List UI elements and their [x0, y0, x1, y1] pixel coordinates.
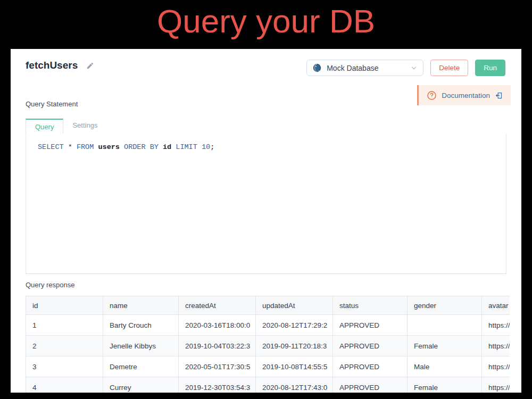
postgresql-icon: [312, 63, 322, 73]
table-cell: Female: [408, 377, 482, 393]
table-row: 4Currey2019-12-30T03:54:32020-08-12T17:4…: [26, 377, 510, 393]
table-cell: Male: [408, 356, 482, 377]
table-cell: 3: [26, 356, 103, 377]
table-cell: Currey: [103, 377, 179, 393]
database-selector[interactable]: Mock Database: [306, 60, 423, 76]
table-cell: Jenelle Kibbys: [103, 336, 179, 356]
column-header: gender: [408, 296, 482, 315]
response-table-scroll-area[interactable]: idnamecreatedAtupdatedAtstatusgenderavat…: [26, 296, 510, 393]
table-cell: 2: [26, 336, 103, 356]
response-table: idnamecreatedAtupdatedAtstatusgenderavat…: [26, 296, 510, 393]
table-cell: 2020-03-16T18:00:0: [179, 315, 256, 336]
chevron-down-icon: [410, 64, 418, 72]
table-cell: https://: [482, 377, 510, 393]
table-cell: Barty Crouch: [103, 315, 179, 336]
documentation-link[interactable]: Documentation: [417, 85, 511, 105]
database-selector-value: Mock Database: [327, 64, 405, 72]
query-statement-label: Query Statement: [26, 100, 78, 108]
table-cell: https://: [482, 336, 510, 356]
table-cell: 2020-05-01T17:30:5: [179, 356, 256, 377]
column-header: name: [103, 296, 179, 315]
table-cell: 2019-09-11T20:18:3: [256, 336, 333, 356]
page-title: Query your DB: [0, 2, 532, 40]
table-cell: APPROVED: [333, 336, 408, 356]
column-header: id: [26, 296, 103, 315]
tab-settings[interactable]: Settings: [63, 118, 106, 134]
column-header: avatar: [482, 296, 510, 315]
sql-editor[interactable]: SELECT * FROM users ORDER BY id LIMIT 10…: [26, 134, 506, 274]
external-link-icon: [495, 92, 503, 99]
column-header: createdAt: [179, 296, 256, 315]
table-cell: APPROVED: [333, 356, 408, 377]
table-row: 1Barty Crouch2020-03-16T18:00:02020-08-1…: [26, 315, 510, 336]
table-cell: https://: [482, 315, 510, 336]
documentation-label: Documentation: [442, 92, 490, 99]
table-cell: 2019-10-08T14:55:5: [256, 356, 333, 377]
table-cell: [408, 315, 482, 336]
table-cell: 4: [26, 377, 103, 393]
table-cell: Female: [408, 336, 482, 356]
table-cell: APPROVED: [333, 377, 408, 393]
table-row: 3Demetre2020-05-01T17:30:52019-10-08T14:…: [26, 356, 510, 377]
table-header-row: idnamecreatedAtupdatedAtstatusgenderavat…: [26, 296, 510, 315]
delete-button[interactable]: Delete: [430, 60, 468, 76]
table-cell: Demetre: [103, 356, 179, 377]
query-tabbar: QuerySettings: [26, 118, 506, 134]
question-circle-icon: [427, 90, 437, 101]
column-header: updatedAt: [256, 296, 333, 315]
table-cell: https://: [482, 356, 510, 377]
table-cell: 2019-10-04T03:22:3: [179, 336, 256, 356]
query-response-label: Query response: [26, 281, 75, 289]
column-header: status: [333, 296, 408, 315]
query-app-panel: fetchUsers Mock Database Delete Run: [11, 49, 521, 393]
run-button[interactable]: Run: [475, 60, 505, 76]
table-cell: 2020-08-12T17:43:0: [256, 377, 333, 393]
sql-code-line: SELECT * FROM users ORDER BY id LIMIT 10…: [38, 143, 214, 151]
query-name: fetchUsers: [26, 60, 78, 71]
table-cell: 2020-08-12T17:29:2: [256, 315, 333, 336]
edit-pencil-icon[interactable]: [86, 62, 94, 70]
tab-query[interactable]: Query: [26, 119, 63, 134]
table-body: 1Barty Crouch2020-03-16T18:00:02020-08-1…: [26, 315, 510, 393]
table-cell: 1: [26, 315, 103, 336]
table-row: 2Jenelle Kibbys2019-10-04T03:22:32019-09…: [26, 336, 510, 356]
table-cell: 2019-12-30T03:54:3: [179, 377, 256, 393]
table-cell: APPROVED: [333, 315, 408, 336]
